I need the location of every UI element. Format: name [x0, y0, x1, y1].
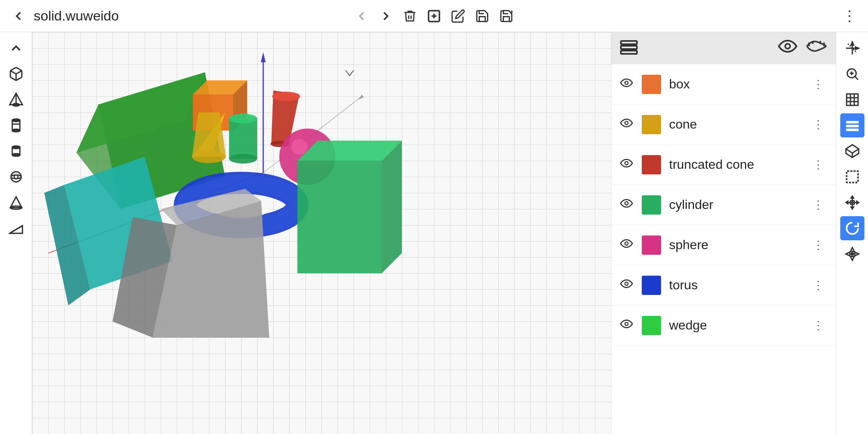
layer-name-box: box	[669, 77, 800, 92]
svg-point-70	[625, 282, 628, 285]
torus-tool[interactable]	[4, 165, 28, 189]
layer-eye-wedge[interactable]	[619, 317, 634, 333]
top-bar-right: ⋮	[580, 6, 860, 27]
cylinder-tool[interactable]	[4, 139, 28, 163]
layer-more-truncated-cone[interactable]: ⋮	[809, 154, 828, 175]
zoom-tool[interactable]	[840, 62, 864, 86]
svg-marker-51	[153, 201, 269, 338]
svg-point-66	[625, 121, 628, 125]
left-toolbar	[0, 32, 32, 434]
layer-color-sphere	[642, 235, 661, 255]
svg-line-4	[511, 10, 512, 12]
canvas-area[interactable]	[32, 32, 611, 434]
svg-rect-79	[846, 94, 858, 106]
layer-eye-cone[interactable]	[619, 117, 634, 132]
svg-rect-57	[621, 41, 637, 44]
axis-tool[interactable]	[840, 36, 864, 60]
select-tool[interactable]	[840, 165, 864, 189]
layer-name-cone: cone	[669, 117, 800, 132]
panel-header	[611, 32, 836, 64]
layer-name-wedge: wedge	[669, 318, 800, 333]
layer-color-cone	[642, 115, 661, 134]
svg-point-17	[11, 172, 21, 182]
eye-open-icon[interactable]	[778, 37, 797, 60]
layer-item-torus[interactable]: torus ⋮	[611, 265, 836, 305]
layers-panel-icon	[619, 37, 639, 60]
nav-forward-button[interactable]	[375, 6, 396, 27]
svg-marker-76	[855, 47, 858, 49]
svg-marker-25	[261, 52, 266, 62]
layers-tool[interactable]	[840, 113, 864, 137]
rotate-tool[interactable]	[840, 216, 864, 240]
more-button[interactable]: ⋮	[839, 6, 860, 27]
right-panel: box ⋮ cone ⋮	[611, 32, 836, 434]
svg-point-71	[625, 322, 628, 326]
add-button[interactable]	[424, 6, 444, 27]
pyramid-tool[interactable]	[4, 88, 28, 112]
svg-rect-84	[846, 121, 859, 123]
layer-eye-truncated-cone[interactable]	[619, 157, 634, 172]
svg-point-41	[229, 114, 257, 123]
svg-marker-28	[358, 94, 364, 100]
layer-more-cylinder[interactable]: ⋮	[809, 194, 828, 215]
main-area: box ⋮ cone ⋮	[0, 32, 868, 434]
move-tool[interactable]	[840, 190, 864, 215]
wedge-tool[interactable]	[4, 216, 28, 240]
svg-point-44	[272, 92, 300, 101]
svg-line-23	[10, 226, 23, 233]
layer-color-cylinder	[642, 195, 661, 215]
svg-line-78	[855, 76, 858, 80]
layer-item-cylinder[interactable]: cylinder ⋮	[611, 185, 836, 225]
cone-tool[interactable]	[4, 190, 28, 215]
nav-back-button[interactable]	[351, 6, 372, 27]
svg-rect-86	[846, 129, 859, 131]
eye-closed-icon[interactable]	[805, 37, 828, 60]
svg-rect-54	[297, 161, 382, 273]
svg-rect-59	[621, 51, 637, 54]
layer-item-truncated-cone[interactable]: truncated cone ⋮	[611, 145, 836, 185]
layer-eye-sphere[interactable]	[619, 237, 634, 253]
snap-tool[interactable]	[840, 242, 864, 266]
save-button[interactable]	[472, 6, 493, 27]
svg-marker-75	[851, 42, 853, 45]
layer-more-cone[interactable]: ⋮	[809, 114, 828, 135]
svg-rect-85	[846, 125, 859, 127]
layer-list: box ⋮ cone ⋮	[611, 64, 836, 434]
svg-point-93	[851, 253, 853, 255]
layer-name-torus: torus	[669, 278, 800, 293]
collapse-button[interactable]	[4, 36, 28, 60]
top-bar: solid.wuweido	[0, 0, 868, 32]
svg-rect-40	[229, 119, 257, 159]
layer-more-wedge[interactable]: ⋮	[809, 315, 828, 336]
edit-button[interactable]	[448, 6, 469, 27]
top-bar-left: solid.wuweido	[8, 6, 288, 27]
layer-name-sphere: sphere	[669, 237, 800, 252]
layer-more-torus[interactable]: ⋮	[809, 274, 828, 296]
layer-eye-torus[interactable]	[619, 277, 634, 293]
delete-button[interactable]	[399, 6, 420, 27]
layer-item-sphere[interactable]: sphere ⋮	[611, 225, 836, 265]
back-button[interactable]	[8, 6, 29, 27]
svg-point-42	[229, 154, 257, 164]
top-bar-center	[294, 6, 574, 27]
stack-tool[interactable]	[840, 139, 864, 163]
layer-item-box[interactable]: box ⋮	[611, 64, 836, 104]
box-tool[interactable]	[4, 62, 28, 86]
svg-rect-58	[621, 46, 637, 49]
svg-point-65	[625, 81, 628, 84]
layer-more-sphere[interactable]: ⋮	[809, 234, 828, 256]
save-as-button[interactable]	[496, 6, 517, 27]
layer-more-box[interactable]: ⋮	[809, 74, 828, 95]
layer-eye-cylinder[interactable]	[619, 197, 634, 213]
layer-eye-box[interactable]	[619, 76, 634, 92]
layer-color-box	[642, 75, 661, 94]
svg-point-60	[785, 44, 790, 49]
grid-tool[interactable]	[840, 88, 864, 112]
truncated-cylinder-tool[interactable]	[4, 113, 28, 137]
far-right-toolbar	[836, 32, 868, 434]
layer-item-wedge[interactable]: wedge ⋮	[611, 305, 836, 346]
layer-item-cone[interactable]: cone ⋮	[611, 104, 836, 145]
layer-color-torus	[642, 276, 661, 295]
svg-marker-56	[382, 141, 402, 273]
svg-point-67	[625, 162, 628, 165]
